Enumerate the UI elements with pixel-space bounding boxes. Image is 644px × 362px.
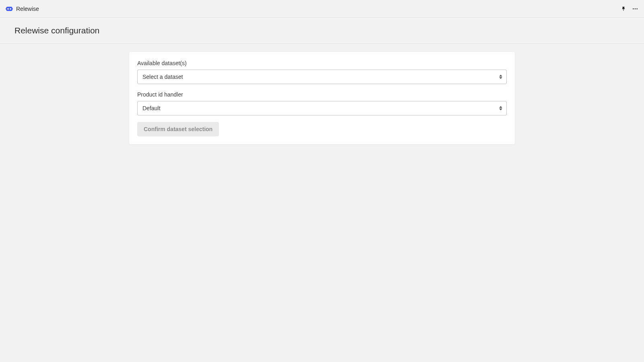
dataset-select[interactable]: Select a dataset — [137, 70, 507, 84]
config-card: Available dataset(s) Select a dataset Pr… — [129, 52, 515, 144]
handler-select-value: Default — [142, 105, 160, 111]
svg-point-5 — [633, 8, 634, 9]
svg-point-2 — [10, 8, 11, 10]
handler-field: Product id handler Default — [137, 91, 507, 115]
topbar: Relewise — [0, 0, 644, 18]
dataset-select-wrapper: Select a dataset — [137, 70, 507, 84]
dataset-select-value: Select a dataset — [142, 74, 183, 80]
chevron-up-down-icon — [499, 106, 502, 111]
chevron-up-down-icon — [499, 75, 502, 79]
svg-point-7 — [636, 8, 638, 9]
dataset-label: Available dataset(s) — [137, 60, 507, 66]
page-title: Relewise configuration — [14, 26, 630, 35]
topbar-left: Relewise — [6, 5, 39, 12]
dataset-field: Available dataset(s) Select a dataset — [137, 60, 507, 84]
pin-icon[interactable] — [621, 6, 626, 11]
handler-select-wrapper: Default — [137, 101, 507, 115]
handler-label: Product id handler — [137, 91, 507, 98]
svg-point-1 — [7, 8, 9, 10]
topbar-right — [621, 6, 638, 12]
svg-rect-0 — [6, 6, 12, 11]
content-area: Available dataset(s) Select a dataset Pr… — [0, 44, 644, 152]
svg-point-6 — [635, 8, 636, 9]
svg-rect-4 — [12, 8, 13, 9]
confirm-button[interactable]: Confirm dataset selection — [137, 122, 219, 136]
more-icon[interactable] — [632, 6, 638, 12]
relewise-logo-icon — [6, 5, 13, 12]
svg-rect-3 — [6, 8, 6, 9]
handler-select[interactable]: Default — [137, 101, 507, 115]
app-name: Relewise — [16, 6, 39, 12]
page-header: Relewise configuration — [0, 18, 644, 44]
